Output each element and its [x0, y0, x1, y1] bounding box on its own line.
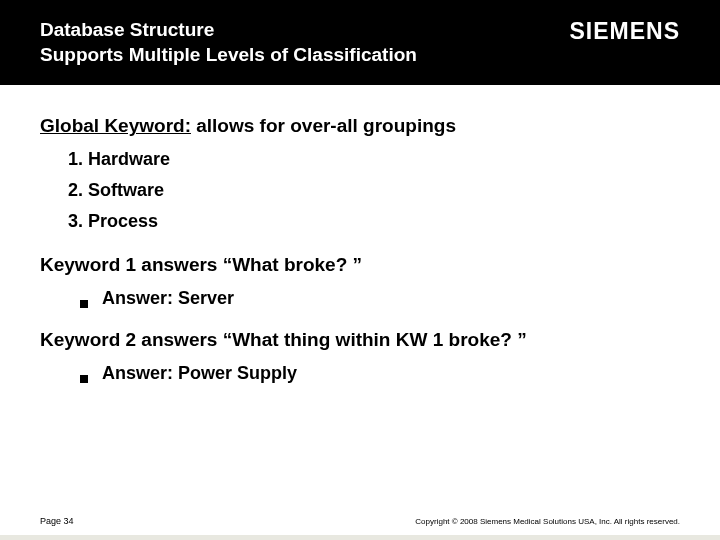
list-item: 2. Software	[68, 180, 680, 201]
keyword1-answer-list: Answer: Server	[80, 288, 680, 309]
siemens-logo: SIEMENS	[569, 18, 680, 45]
keyword2-answer-list: Answer: Power Supply	[80, 363, 680, 384]
slide-footer: Page 34 Copyright © 2008 Siemens Medical…	[0, 516, 720, 526]
slide-title: Database Structure Supports Multiple Lev…	[40, 18, 417, 67]
copyright-text: Copyright © 2008 Siemens Medical Solutio…	[415, 517, 680, 526]
slide-header: Database Structure Supports Multiple Lev…	[0, 0, 720, 85]
bottom-border	[0, 535, 720, 540]
title-line-2: Supports Multiple Levels of Classificati…	[40, 44, 417, 65]
list-item: Answer: Server	[80, 288, 680, 309]
list-item: Answer: Power Supply	[80, 363, 680, 384]
list-item: 3. Process	[68, 211, 680, 232]
heading-rest: allows for over-all groupings	[191, 115, 456, 136]
keyword1-heading: Keyword 1 answers “What broke? ”	[40, 254, 680, 276]
slide-content: Global Keyword: allows for over-all grou…	[0, 85, 720, 384]
square-bullet-icon	[80, 300, 88, 308]
global-keyword-list: 1. Hardware 2. Software 3. Process	[68, 149, 680, 232]
list-item: 1. Hardware	[68, 149, 680, 170]
heading-underlined: Global Keyword:	[40, 115, 191, 136]
square-bullet-icon	[80, 375, 88, 383]
keyword2-heading: Keyword 2 answers “What thing within KW …	[40, 329, 680, 351]
page-number: Page 34	[40, 516, 74, 526]
global-keyword-heading: Global Keyword: allows for over-all grou…	[40, 115, 680, 137]
title-line-1: Database Structure	[40, 19, 214, 40]
